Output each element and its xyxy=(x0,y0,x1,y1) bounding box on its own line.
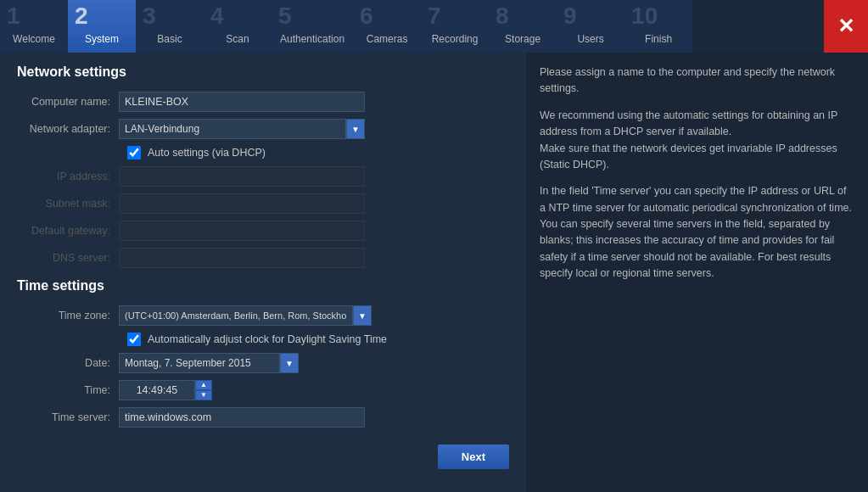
computer-name-input[interactable] xyxy=(119,92,365,112)
nav-label-auth: Authentication xyxy=(280,33,344,45)
gateway-row: Default gateway: xyxy=(17,221,509,241)
nav-cameras[interactable]: 6 Cameras xyxy=(353,0,421,53)
step-num-5: 5 xyxy=(278,4,292,28)
time-spin-buttons: ▲ ▼ xyxy=(195,380,212,400)
timezone-wrapper: (UTC+01:00) Amsterdam, Berlin, Bern, Rom… xyxy=(119,305,365,326)
network-adapter-dropdown-btn[interactable]: ▼ xyxy=(346,119,365,139)
nav-label-storage: Storage xyxy=(505,33,540,45)
network-adapter-select[interactable]: LAN-Verbindung xyxy=(119,119,346,139)
dst-checkbox-row: Automatically adjust clock for Daylight … xyxy=(127,333,509,346)
computer-name-row: Computer name: xyxy=(17,92,509,112)
dst-checkbox[interactable] xyxy=(127,333,141,346)
date-label: Date: xyxy=(17,357,119,369)
date-dropdown-btn[interactable]: ▼ xyxy=(280,353,299,373)
ip-address-input[interactable] xyxy=(119,166,365,187)
nav-finish[interactable]: 10 Finish xyxy=(624,0,692,53)
left-panel: Network settings Computer name: Network … xyxy=(0,53,526,492)
right-panel: Please assign a name to the computer and… xyxy=(526,53,868,492)
nav-label-scan: Scan xyxy=(226,33,249,45)
ip-address-label: IP address: xyxy=(17,171,119,182)
network-adapter-wrapper: LAN-Verbindung ▼ xyxy=(119,119,365,139)
dhcp-checkbox[interactable] xyxy=(127,146,141,159)
time-row: Time: ▲ ▼ xyxy=(17,380,509,400)
nav-storage[interactable]: 8 Storage xyxy=(489,0,557,53)
nav-label-recording: Recording xyxy=(432,33,479,45)
time-server-label: Time server: xyxy=(17,411,119,423)
gateway-label: Default gateway: xyxy=(17,225,119,237)
close-icon: ✕ xyxy=(837,14,854,38)
dns-row: DNS server: xyxy=(17,248,509,268)
subnet-mask-input[interactable] xyxy=(119,193,365,214)
ip-address-row: IP address: xyxy=(17,166,509,187)
nav-label-welcome: Welcome xyxy=(13,33,55,45)
subnet-mask-label: Subnet mask: xyxy=(17,198,119,210)
nav-basic[interactable]: 3 Basic xyxy=(136,0,204,53)
time-spin-up[interactable]: ▲ xyxy=(195,380,212,390)
next-button[interactable]: Next xyxy=(438,444,509,469)
time-input[interactable] xyxy=(119,380,195,400)
time-server-row: Time server: xyxy=(17,407,509,428)
subnet-mask-row: Subnet mask: xyxy=(17,193,509,214)
top-navigation: 1 Welcome 2 System 3 Basic 4 Scan 5 Auth… xyxy=(0,0,868,53)
time-label: Time: xyxy=(17,384,119,396)
step-num-1: 1 xyxy=(7,4,20,28)
network-adapter-row: Network adapter: LAN-Verbindung ▼ xyxy=(17,119,509,139)
dhcp-label: Auto settings (via DHCP) xyxy=(148,147,266,159)
network-adapter-label: Network adapter: xyxy=(17,123,119,135)
computer-name-label: Computer name: xyxy=(17,96,119,108)
nav-authentication[interactable]: 5 Authentication xyxy=(272,0,353,53)
nav-system[interactable]: 2 System xyxy=(68,0,136,53)
step-num-3: 3 xyxy=(143,4,156,28)
time-server-input[interactable] xyxy=(119,407,365,428)
step-num-4: 4 xyxy=(210,4,224,28)
date-row: Date: ▼ xyxy=(17,353,509,373)
network-settings-title: Network settings xyxy=(17,64,509,80)
dst-label: Automatically adjust clock for Daylight … xyxy=(148,333,387,345)
close-button[interactable]: ✕ xyxy=(824,0,868,53)
nav-label-finish: Finish xyxy=(645,33,672,45)
step-num-8: 8 xyxy=(496,4,509,28)
nav-label-basic: Basic xyxy=(157,33,182,45)
step-num-6: 6 xyxy=(360,4,373,28)
gateway-input[interactable] xyxy=(119,221,365,241)
help-text-3: In the field 'Time server' you can speci… xyxy=(540,183,854,282)
nav-scan[interactable]: 4 Scan xyxy=(204,0,272,53)
nav-users[interactable]: 9 Users xyxy=(557,0,624,53)
date-wrapper: ▼ xyxy=(119,353,299,373)
step-num-2: 2 xyxy=(75,4,88,28)
time-spin-down[interactable]: ▼ xyxy=(195,390,212,400)
step-num-9: 9 xyxy=(563,4,577,28)
time-settings-title: Time settings xyxy=(17,278,509,294)
step-num-10: 10 xyxy=(631,4,658,28)
date-input[interactable] xyxy=(119,353,280,373)
timezone-label: Time zone: xyxy=(17,310,119,321)
main-content: Network settings Computer name: Network … xyxy=(0,53,868,492)
nav-label-system: System xyxy=(85,33,119,45)
dns-label: DNS server: xyxy=(17,252,119,264)
timezone-row: Time zone: (UTC+01:00) Amsterdam, Berlin… xyxy=(17,305,509,326)
nav-recording[interactable]: 7 Recording xyxy=(421,0,489,53)
help-text-1: Please assign a name to the computer and… xyxy=(540,64,854,98)
timezone-select[interactable]: (UTC+01:00) Amsterdam, Berlin, Bern, Rom… xyxy=(119,305,353,326)
time-input-wrapper: ▲ ▼ xyxy=(119,380,212,400)
dhcp-checkbox-row: Auto settings (via DHCP) xyxy=(127,146,509,159)
nav-label-users: Users xyxy=(577,33,603,45)
dns-input[interactable] xyxy=(119,248,365,268)
step-num-7: 7 xyxy=(428,4,441,28)
help-text-2: We recommend using the automatic setting… xyxy=(540,108,854,174)
timezone-dropdown-btn[interactable]: ▼ xyxy=(353,305,372,326)
nav-welcome[interactable]: 1 Welcome xyxy=(0,0,68,53)
nav-label-cameras: Cameras xyxy=(367,33,408,45)
